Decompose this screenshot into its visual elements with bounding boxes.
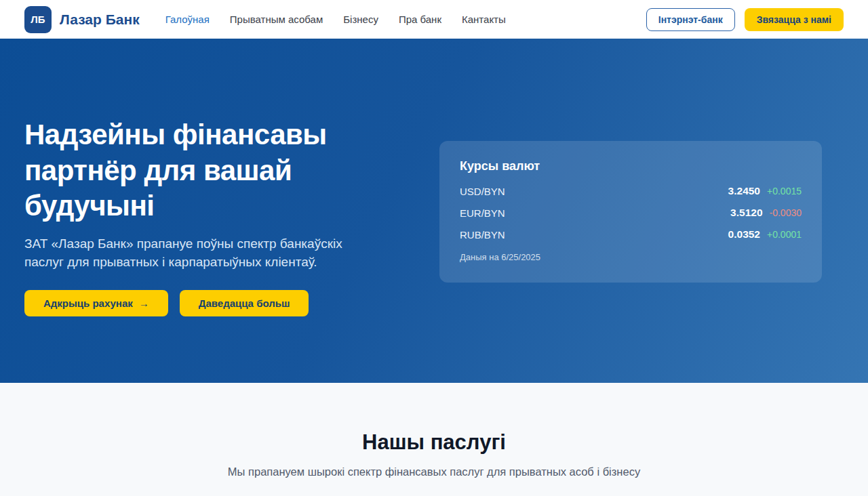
internet-bank-button[interactable]: Інтэрнэт-банк (646, 8, 735, 31)
hero-title: Надзейны фінансавы партнёр для вашай буд… (24, 117, 418, 224)
learn-more-label: Даведацца больш (199, 297, 290, 309)
rate-pair: RUB/BYN (460, 229, 505, 241)
currency-rates-title: Курсы валют (460, 159, 802, 173)
nav-link-home[interactable]: Галоўная (165, 14, 210, 25)
hero-buttons: Адкрыць рахунак → Даведацца больш (24, 290, 418, 316)
hero-content: Надзейны фінансавы партнёр для вашай буд… (24, 117, 418, 316)
services-section: Нашы паслугі Мы прапануем шырокі спектр … (0, 383, 868, 496)
rate-value: 3.2450 (728, 185, 760, 197)
rate-row-rub-byn: RUB/BYN 0.0352 +0.0001 (460, 228, 802, 241)
contact-us-button[interactable]: Звязацца з намі (745, 8, 844, 31)
open-account-label: Адкрыць рахунак (43, 297, 133, 309)
open-account-button[interactable]: Адкрыць рахунак → (24, 290, 168, 316)
nav-link-private-persons[interactable]: Прыватным асобам (230, 14, 323, 25)
main-nav: Галоўная Прыватным асобам Бізнесу Пра ба… (165, 14, 506, 25)
rate-value: 3.5120 (730, 207, 762, 219)
bank-name: Лазар Банк (60, 12, 140, 28)
bank-logo-initials: ЛБ (31, 14, 45, 25)
nav-link-about-bank[interactable]: Пра банк (399, 14, 441, 25)
top-navbar: ЛБ Лазар Банк Галоўная Прыватным асобам … (0, 0, 868, 39)
rates-as-of-date: Даныя на 6/25/2025 (460, 252, 802, 262)
nav-link-business[interactable]: Бізнесу (343, 14, 378, 25)
rate-value: 0.0352 (728, 228, 760, 241)
rate-pair: EUR/BYN (460, 207, 505, 219)
rate-change-up: +0.0015 (767, 186, 802, 197)
services-subtitle: Мы прапануем шырокі спектр фінансавых па… (0, 466, 868, 478)
header-actions: Інтэрнэт-банк Звязацца з намі (646, 8, 844, 31)
hero-subtitle: ЗАТ «Лазар Банк» прапануе поўны спектр б… (24, 234, 384, 272)
nav-link-contacts[interactable]: Кантакты (462, 14, 506, 25)
rate-change-down: -0.0030 (770, 207, 802, 218)
hero-section: Надзейны фінансавы партнёр для вашай буд… (0, 39, 868, 383)
rate-row-usd-byn: USD/BYN 3.2450 +0.0015 (460, 185, 802, 197)
rate-row-eur-byn: EUR/BYN 3.5120 -0.0030 (460, 207, 802, 219)
bank-logo: ЛБ (24, 6, 52, 33)
services-title: Нашы паслугі (0, 430, 868, 455)
rate-change-up: +0.0001 (767, 229, 802, 240)
currency-rates-card: Курсы валют USD/BYN 3.2450 +0.0015 EUR/B… (439, 141, 822, 283)
rate-pair: USD/BYN (460, 186, 505, 197)
arrow-right-icon: → (139, 297, 149, 309)
learn-more-button[interactable]: Даведацца больш (180, 290, 309, 316)
brand[interactable]: ЛБ Лазар Банк (24, 6, 140, 33)
